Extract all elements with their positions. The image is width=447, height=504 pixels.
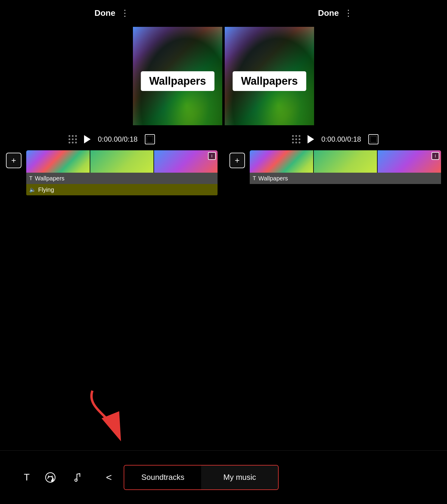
controls-row: 0:00.00/0:18 0:00.00/0:18 xyxy=(0,134,447,144)
music-icon xyxy=(71,472,82,483)
my-music-tab[interactable]: My music xyxy=(201,466,278,489)
timeline-left: + I T Wallpapers xyxy=(0,150,224,195)
video-panel-left[interactable]: Wallpapers xyxy=(0,27,224,125)
controls-right: 0:00.00/0:18 xyxy=(224,134,447,144)
track-thumb-r2 xyxy=(314,150,377,173)
done-button-right[interactable]: Done xyxy=(318,8,339,18)
video-track-inner-left xyxy=(26,150,218,173)
svg-point-2 xyxy=(48,476,49,477)
time-display-left: 0:00.00/0:18 xyxy=(98,135,137,143)
svg-point-3 xyxy=(52,476,53,477)
text-tool-button[interactable]: T xyxy=(24,472,30,483)
track-thumb-gradient-r1 xyxy=(250,150,313,173)
add-clip-button-right[interactable]: + xyxy=(229,153,245,168)
sticker-tool-button[interactable] xyxy=(45,472,56,483)
text-track-left[interactable]: T Wallpapers xyxy=(26,173,218,184)
dots-icon-left xyxy=(69,135,77,143)
top-bar: Done ⋮ Done ⋮ xyxy=(0,0,447,24)
wallpapers-label-left: Wallpapers xyxy=(141,71,215,91)
fullscreen-button-right[interactable] xyxy=(368,134,378,144)
video-track-right[interactable]: I xyxy=(250,150,441,173)
time-display-right: 0:00.00/0:18 xyxy=(321,135,361,143)
track-thumb-gradient-1 xyxy=(26,150,90,173)
track-thumb-r1 xyxy=(250,150,313,173)
audio-track-left[interactable]: 🔈 Flying xyxy=(26,184,218,195)
tracks-left: I T Wallpapers 🔈 Flying xyxy=(26,150,218,195)
video-track-inner-right xyxy=(250,150,441,173)
text-track-label-right: Wallpapers xyxy=(258,175,288,182)
track-thumb-2 xyxy=(90,150,154,173)
bottom-section: T < xyxy=(0,394,447,504)
timeline-row: + I T Wallpapers xyxy=(0,150,447,195)
text-track-icon-right: T xyxy=(253,175,256,182)
svg-point-5 xyxy=(75,479,77,481)
track-edit-icon-right[interactable]: I xyxy=(432,152,439,160)
text-track-icon-left: T xyxy=(29,175,32,182)
music-tool-button[interactable] xyxy=(71,472,82,483)
text-tool-icon: T xyxy=(24,472,30,483)
audio-track-label-left: Flying xyxy=(38,186,54,193)
tracks-right: I T Wallpapers xyxy=(250,150,441,184)
music-tabs: Soundtracks My music xyxy=(124,465,279,490)
text-track-right[interactable]: T Wallpapers xyxy=(250,173,441,184)
bottom-toolbar: T < xyxy=(0,450,447,504)
dots-icon-right xyxy=(292,135,300,143)
more-menu-left[interactable]: ⋮ xyxy=(121,9,129,17)
add-clip-button-left[interactable]: + xyxy=(6,153,21,168)
play-button-left[interactable] xyxy=(84,135,91,143)
timeline-right: + I T Wallpapers xyxy=(224,150,447,184)
audio-track-icon-left: 🔈 xyxy=(29,186,36,193)
fullscreen-button-left[interactable] xyxy=(145,134,155,144)
svg-point-1 xyxy=(46,473,55,482)
plus-icon-right: + xyxy=(235,156,240,165)
back-button[interactable]: < xyxy=(106,471,112,483)
wallpapers-label-right: Wallpapers xyxy=(233,71,306,91)
controls-left: 0:00.00/0:18 xyxy=(0,134,224,144)
video-track-left[interactable]: I xyxy=(26,150,218,173)
track-thumb-gradient-r2 xyxy=(314,150,377,173)
plus-icon-left: + xyxy=(11,156,16,165)
video-thumb-right: Wallpapers xyxy=(225,27,314,125)
video-panels: Wallpapers Wallpapers xyxy=(0,27,447,125)
video-panel-right[interactable]: Wallpapers xyxy=(224,27,447,125)
track-thumb-1 xyxy=(26,150,90,173)
top-bar-left: Done ⋮ xyxy=(0,8,224,18)
done-button-left[interactable]: Done xyxy=(94,8,115,18)
play-button-right[interactable] xyxy=(308,135,314,143)
top-bar-right: Done ⋮ xyxy=(224,8,447,18)
track-edit-icon-left[interactable]: I xyxy=(208,152,216,160)
track-thumb-gradient-2 xyxy=(90,150,154,173)
more-menu-right[interactable]: ⋮ xyxy=(344,9,353,17)
video-thumb-left: Wallpapers xyxy=(133,27,222,125)
red-arrow xyxy=(80,385,128,444)
sticker-icon xyxy=(45,472,56,483)
text-track-label-left: Wallpapers xyxy=(35,175,64,182)
toolbar-left: T xyxy=(0,472,82,483)
soundtracks-tab[interactable]: Soundtracks xyxy=(124,466,201,489)
